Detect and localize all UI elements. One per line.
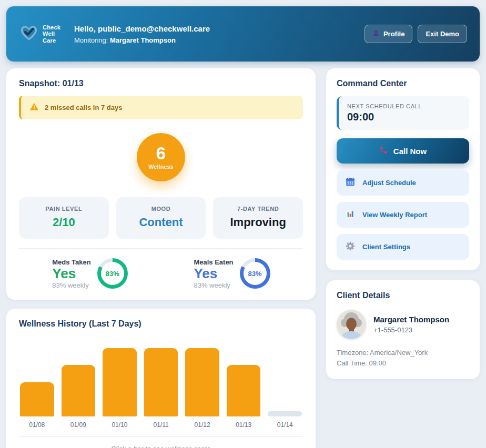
client-settings-label: Client Settings [362,243,410,251]
stat-mood: MOOD Content [116,197,206,239]
client-call-time: Call Time: 09:00 [337,358,469,369]
command-center-card: Command Center NEXT SCHEDULED CALL 09:00… [326,68,480,270]
exit-demo-button-label: Exit Demo [426,30,459,38]
meals-eaten-label: Meals Eaten [194,258,233,266]
profile-button-label: Profile [383,30,404,38]
dashboard-page: Check Well Care Hello, public_demo@check… [6,6,480,448]
adjust-schedule-label: Adjust Schedule [362,179,416,187]
meals-donut-ring: 83% [240,258,270,289]
snapshot-title: Snapshot: 01/13 [19,79,303,88]
view-weekly-report-button[interactable]: View Weekly Report [337,202,469,228]
meds-taken-sub: 83% weekly [52,281,90,289]
bar-chart-icon [345,209,356,221]
wellness-history-card: Wellness History (Last 7 Days) 01/0801/0… [6,309,316,448]
stat-value: Improving [218,216,298,229]
app-logo: Check Well Care [19,24,60,45]
stat-trend: 7-DAY TREND Improving [213,197,303,239]
meals-eaten-value: Yes [194,266,233,281]
meals-eaten-group: Meals Eaten Yes 83% weekly 83% [161,258,303,289]
warning-icon [29,103,39,113]
monitoring-text: Monitoring: Margaret Thompson [74,36,210,44]
snapshot-card: Snapshot: 01/13 2 missed calls in 7 days… [6,68,316,300]
client-details-title: Client Details [337,291,469,300]
adjust-schedule-button[interactable]: Adjust Schedule [337,170,469,196]
bar-date-label: 01/12 [185,421,219,429]
wellness-bar[interactable] [20,382,54,416]
bar-column-01-10[interactable]: 01/10 [103,340,137,429]
wellness-score-badge: 6 Wellness [137,133,185,181]
next-call-label: NEXT SCHEDULED CALL [347,103,461,109]
logo-wordmark: Check Well Care [43,24,60,44]
wellness-score-value: 6 [156,145,166,162]
wellness-bar[interactable] [103,348,137,416]
right-column: Command Center NEXT SCHEDULED CALL 09:00… [326,68,480,379]
bar-date-label: 01/10 [103,421,137,429]
stat-value: Content [122,216,201,229]
adherence-row: Meds Taken Yes 83% weekly 83% Meals Eate… [19,248,303,289]
wellness-bar[interactable] [62,365,96,416]
meds-taken-value: Yes [52,266,90,281]
wellness-history-title: Wellness History (Last 7 Days) [19,319,303,329]
stat-row: PAIN LEVEL 2/10 MOOD Content 7-DAY TREND… [19,197,303,239]
header-greeting-block: Hello, public_demo@checkwell.care Monito… [74,24,210,44]
client-details-card: Client Details [326,280,480,379]
chart-hint-text: Click a bar to see wellness score [19,437,303,448]
greeting-text: Hello, public_demo@checkwell.care [74,24,210,33]
next-call-time: 09:00 [347,111,461,123]
bar-column-01-09[interactable]: 01/09 [62,340,96,429]
person-icon [372,29,380,38]
exit-demo-button[interactable]: Exit Demo [418,25,467,43]
meds-taken-label: Meds Taken [52,258,90,266]
profile-button[interactable]: Profile [364,25,412,43]
app-header: Check Well Care Hello, public_demo@check… [6,6,480,62]
meals-donut-percent: 83% [248,270,262,278]
stat-label: PAIN LEVEL [24,206,104,212]
client-settings-button[interactable]: Client Settings [337,234,469,260]
call-now-button[interactable]: Call Now [337,138,469,164]
bar-date-label: 01/13 [227,421,261,429]
stat-pain-level: PAIN LEVEL 2/10 [19,197,109,239]
stat-label: MOOD [122,206,201,212]
meds-donut-ring: 83% [97,258,128,289]
heart-check-logo-icon [19,24,39,45]
meds-taken-group: Meds Taken Yes 83% weekly 83% [19,258,161,289]
next-scheduled-call-box: NEXT SCHEDULED CALL 09:00 [337,96,469,130]
stat-label: 7-DAY TREND [218,206,298,212]
left-column: Snapshot: 01/13 2 missed calls in 7 days… [6,68,316,448]
calendar-icon [345,177,356,189]
gear-icon [345,241,356,253]
client-avatar [337,310,366,339]
empty-bar[interactable] [268,411,302,416]
missed-calls-alert: 2 missed calls in 7 days [19,96,303,119]
view-weekly-report-label: View Weekly Report [362,211,427,219]
missed-calls-text: 2 missed calls in 7 days [45,104,122,111]
client-name: Margaret Thompson [373,315,449,324]
meds-donut-percent: 83% [106,270,119,278]
client-phone: +1-555-0123 [373,326,449,334]
phone-icon [379,146,388,156]
bar-column-01-14[interactable]: 01/14 [268,340,302,429]
bar-date-label: 01/08 [20,421,54,429]
stat-value: 2/10 [24,216,104,229]
monitored-client-name: Margaret Thompson [110,36,176,44]
bar-column-01-12[interactable]: 01/12 [185,340,219,429]
wellness-bar[interactable] [227,365,261,416]
bar-date-label: 01/09 [62,421,96,429]
call-now-label: Call Now [393,147,427,156]
bar-column-01-11[interactable]: 01/11 [144,340,178,429]
wellness-bars: 01/0801/0901/1001/1101/1201/1301/14 [19,340,303,429]
bar-date-label: 01/11 [144,421,178,429]
wellness-bar[interactable] [185,348,219,416]
bar-date-label: 01/14 [268,421,302,429]
client-timezone: Timezone: America/New_York [337,348,469,358]
bar-column-01-13[interactable]: 01/13 [227,340,261,429]
meals-eaten-sub: 83% weekly [194,281,233,289]
command-center-title: Command Center [337,79,469,88]
bar-column-01-08[interactable]: 01/08 [20,340,54,429]
wellness-bar[interactable] [144,348,178,416]
wellness-score-label: Wellness [148,164,174,170]
